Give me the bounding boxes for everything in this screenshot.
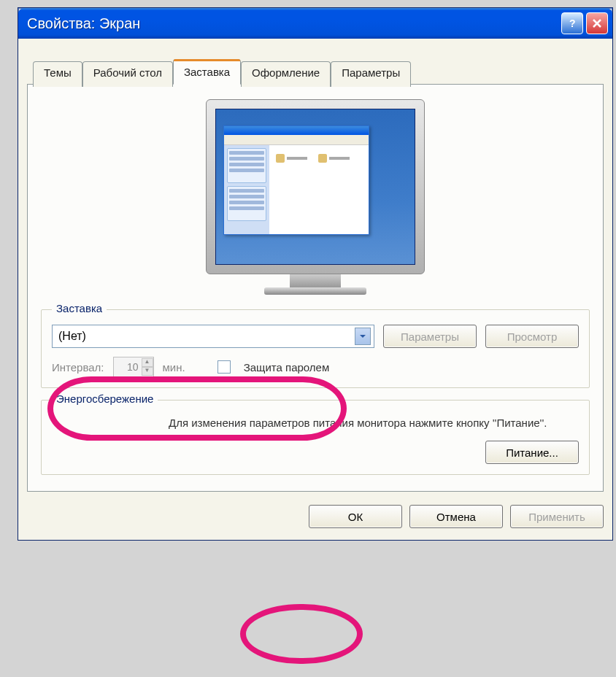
- power-button[interactable]: Питание...: [485, 441, 579, 464]
- interval-value: 10: [114, 361, 142, 373]
- spinner-down-icon[interactable]: ▼: [142, 367, 153, 376]
- screensaver-group-label: Заставка: [52, 302, 107, 314]
- screensaver-preview-button[interactable]: Просмотр: [485, 325, 579, 348]
- tab-settings[interactable]: Параметры: [331, 61, 411, 87]
- tab-appearance[interactable]: Оформление: [241, 61, 331, 87]
- tab-panel-screensaver: Заставка (Нет) Параметры Просмотр Интерв…: [27, 84, 604, 492]
- tab-desktop[interactable]: Рабочий стол: [82, 61, 173, 87]
- interval-unit: мин.: [163, 361, 185, 374]
- password-checkbox[interactable]: [217, 360, 231, 374]
- screensaver-group: Заставка (Нет) Параметры Просмотр Интерв…: [41, 309, 590, 388]
- tab-screensaver[interactable]: Заставка: [173, 59, 241, 85]
- power-group: Энергосбережение Для изменения параметро…: [41, 400, 590, 475]
- close-button[interactable]: [586, 12, 608, 34]
- monitor-preview: [206, 99, 425, 295]
- ok-button[interactable]: ОК: [309, 505, 402, 528]
- cancel-button[interactable]: Отмена: [409, 505, 503, 528]
- screensaver-selected: (Нет): [58, 330, 86, 343]
- chevron-down-icon[interactable]: [355, 328, 371, 345]
- spinner-up-icon[interactable]: ▲: [142, 358, 153, 367]
- tab-themes[interactable]: Темы: [33, 61, 82, 87]
- display-properties-window: Свойства: Экран ? Темы Рабочий стол Заст…: [18, 7, 613, 541]
- apply-button[interactable]: Применить: [510, 505, 604, 528]
- password-label: Защита паролем: [244, 361, 330, 374]
- screensaver-settings-button[interactable]: Параметры: [383, 325, 477, 348]
- tabstrip: Темы Рабочий стол Заставка Оформление Па…: [27, 59, 604, 85]
- interval-spinner[interactable]: 10 ▲ ▼: [113, 357, 154, 377]
- annotation-highlight-ok: [240, 604, 363, 664]
- svg-text:?: ?: [569, 18, 576, 29]
- window-title: Свойства: Экран: [27, 15, 561, 32]
- titlebar[interactable]: Свойства: Экран ?: [18, 8, 612, 39]
- dialog-buttons: ОК Отмена Применить: [27, 505, 604, 528]
- power-description: Для изменения параметров питания монитор…: [169, 415, 579, 430]
- interval-label: Интервал:: [52, 361, 104, 374]
- power-group-label: Энергосбережение: [52, 392, 158, 405]
- help-button[interactable]: ?: [561, 12, 583, 34]
- screensaver-dropdown[interactable]: (Нет): [52, 325, 374, 348]
